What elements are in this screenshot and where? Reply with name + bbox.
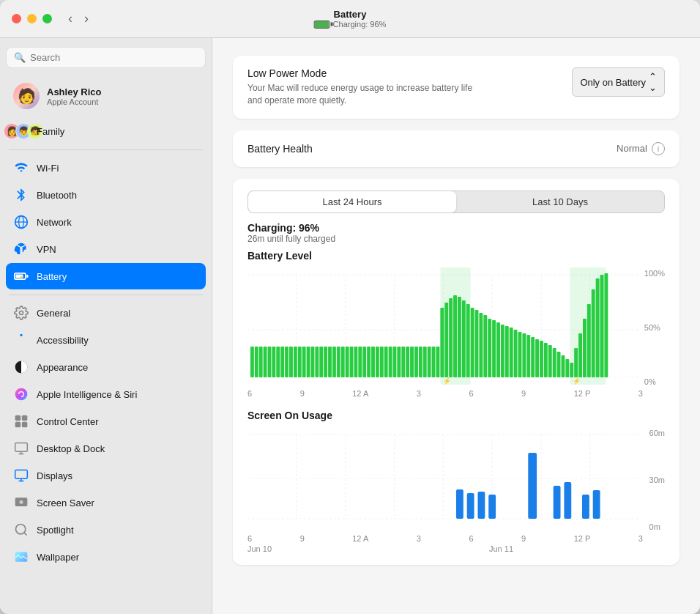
svg-rect-85 bbox=[479, 313, 483, 377]
svg-rect-108 bbox=[574, 348, 578, 377]
minimize-button[interactable] bbox=[27, 14, 37, 23]
tab-10d[interactable]: Last 10 Days bbox=[456, 191, 664, 212]
svg-point-10 bbox=[15, 388, 28, 401]
svg-rect-76 bbox=[440, 308, 444, 377]
svg-rect-53 bbox=[346, 347, 349, 377]
battery-chart-wrapper: ⚡ ⚡ 100% 50% 0% bbox=[247, 267, 665, 388]
charge-percent: Charging: 96% bbox=[247, 222, 665, 234]
svg-rect-54 bbox=[350, 347, 354, 377]
svg-rect-90 bbox=[501, 325, 504, 377]
battery-health-status: Normal bbox=[617, 143, 647, 154]
close-button[interactable] bbox=[12, 14, 21, 23]
svg-rect-61 bbox=[380, 347, 384, 377]
battery-x-labels: 6 9 12 A 3 6 9 12 P 3 bbox=[247, 389, 665, 398]
network-icon bbox=[13, 214, 29, 230]
control-center-label: Control Center bbox=[37, 416, 99, 427]
search-input[interactable] bbox=[30, 52, 198, 63]
detail-panel: Low Power Mode Your Mac will reduce ener… bbox=[212, 38, 700, 614]
maximize-button[interactable] bbox=[42, 14, 52, 23]
user-account: Apple Account bbox=[47, 97, 101, 106]
window-subtitle: Charging: 96% bbox=[314, 20, 387, 29]
svg-point-19 bbox=[16, 525, 26, 534]
network-label: Network bbox=[37, 217, 72, 228]
svg-rect-131 bbox=[488, 495, 496, 519]
svg-rect-114 bbox=[600, 275, 604, 377]
back-button[interactable]: ‹ bbox=[64, 10, 77, 28]
battery-health-card: Battery Health Normal i bbox=[233, 130, 679, 167]
svg-rect-64 bbox=[393, 347, 397, 377]
svg-rect-129 bbox=[467, 493, 474, 519]
sidebar-item-displays[interactable]: Displays bbox=[6, 462, 206, 489]
sidebar-item-battery[interactable]: ⚡ Battery bbox=[6, 263, 206, 289]
sidebar-item-family[interactable]: 👩 👦 🧒 Family bbox=[6, 118, 206, 144]
battery-icon-small bbox=[314, 21, 330, 29]
tab-24h[interactable]: Last 24 Hours bbox=[248, 191, 456, 212]
svg-rect-37 bbox=[276, 347, 280, 377]
battery-chart-svg: ⚡ ⚡ bbox=[247, 267, 665, 385]
svg-rect-134 bbox=[564, 482, 571, 519]
svg-rect-112 bbox=[592, 289, 595, 377]
svg-rect-44 bbox=[307, 347, 310, 377]
sidebar-item-siri[interactable]: Apple Intelligence & Siri bbox=[6, 381, 206, 407]
svg-rect-77 bbox=[444, 303, 448, 377]
battery-health-right: Normal i bbox=[617, 142, 665, 155]
svg-rect-82 bbox=[466, 304, 470, 377]
battery-chart-title: Battery Level bbox=[247, 250, 665, 262]
wallpaper-icon bbox=[13, 549, 29, 565]
svg-rect-55 bbox=[354, 347, 357, 377]
svg-rect-43 bbox=[302, 347, 306, 377]
displays-label: Displays bbox=[37, 470, 72, 481]
sidebar-item-bluetooth[interactable]: Bluetooth bbox=[6, 182, 206, 208]
info-icon[interactable]: i bbox=[652, 142, 665, 155]
svg-rect-51 bbox=[337, 347, 340, 377]
sidebar-item-wifi[interactable]: Wi-Fi bbox=[6, 155, 206, 181]
svg-rect-32 bbox=[255, 347, 258, 377]
sidebar-item-accessibility[interactable]: Accessibility bbox=[6, 327, 206, 353]
low-power-card: Low Power Mode Your Mac will reduce ener… bbox=[233, 56, 679, 119]
main-window: ‹ › Battery Charging: 96% 🔍 🧑 Ashley Ric bbox=[0, 0, 700, 614]
time-toggle: Last 24 Hours Last 10 Days bbox=[247, 191, 665, 213]
sidebar: 🔍 🧑 Ashley Rico Apple Account 👩 👦 🧒 bbox=[0, 38, 212, 614]
low-power-title: Low Power Mode bbox=[247, 67, 482, 79]
svg-rect-130 bbox=[477, 492, 485, 519]
sidebar-item-screen-saver[interactable]: Screen Saver bbox=[6, 489, 206, 516]
sidebar-divider-1 bbox=[9, 149, 203, 150]
svg-rect-101 bbox=[548, 345, 552, 377]
svg-rect-41 bbox=[294, 347, 297, 377]
svg-rect-69 bbox=[414, 347, 418, 377]
sidebar-item-desktop-dock[interactable]: Desktop & Dock bbox=[6, 435, 206, 462]
sidebar-item-network[interactable]: Network bbox=[6, 209, 206, 235]
forward-button[interactable]: › bbox=[80, 10, 93, 28]
battery-label: Battery bbox=[37, 271, 67, 282]
svg-rect-56 bbox=[358, 347, 362, 377]
wifi-icon bbox=[13, 160, 29, 176]
sidebar-item-spotlight[interactable]: Spotlight bbox=[6, 517, 206, 543]
sidebar-item-general[interactable]: General bbox=[6, 300, 206, 326]
traffic-lights bbox=[12, 14, 52, 23]
family-label: Family bbox=[37, 126, 64, 137]
vpn-icon bbox=[13, 241, 29, 257]
svg-rect-136 bbox=[593, 490, 600, 519]
svg-rect-31 bbox=[250, 347, 254, 377]
svg-text:⚡: ⚡ bbox=[443, 377, 452, 385]
sidebar-item-appearance[interactable]: Appearance bbox=[6, 354, 206, 380]
svg-rect-111 bbox=[587, 304, 591, 377]
svg-rect-99 bbox=[540, 341, 543, 377]
accessibility-label: Accessibility bbox=[37, 335, 89, 346]
sidebar-item-control-center[interactable]: Control Center bbox=[6, 408, 206, 434]
low-power-dropdown[interactable]: Only on Battery ⌃⌄ bbox=[572, 67, 665, 97]
sidebar-item-wallpaper[interactable]: Wallpaper bbox=[6, 544, 206, 570]
general-label: General bbox=[37, 308, 70, 319]
svg-rect-105 bbox=[565, 359, 569, 377]
user-name: Ashley Rico bbox=[47, 86, 101, 97]
svg-rect-60 bbox=[376, 347, 379, 377]
charging-subtitle: Charging: 96% bbox=[333, 20, 387, 29]
svg-rect-93 bbox=[514, 330, 518, 377]
sidebar-item-vpn[interactable]: VPN bbox=[6, 236, 206, 262]
svg-rect-42 bbox=[298, 347, 302, 377]
search-box[interactable]: 🔍 bbox=[6, 47, 206, 68]
svg-rect-110 bbox=[583, 319, 587, 377]
user-section[interactable]: 🧑 Ashley Rico Apple Account bbox=[6, 77, 206, 115]
svg-rect-68 bbox=[410, 347, 414, 377]
svg-rect-72 bbox=[428, 347, 431, 377]
